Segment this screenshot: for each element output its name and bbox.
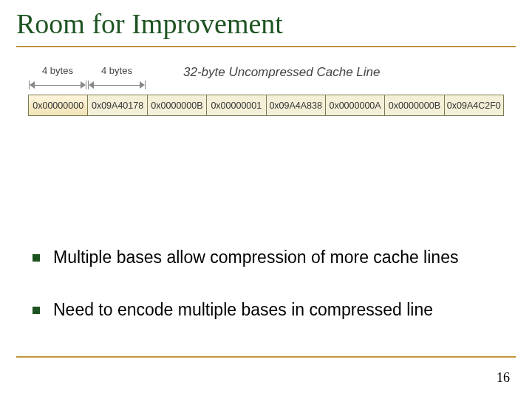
bullet-text: Need to encode multiple bases in compres…	[53, 300, 433, 320]
dim-arrow-1	[30, 80, 86, 92]
page-number: 16	[497, 370, 510, 386]
cache-line-diagram: 4 bytes 4 bytes 32-byte Uncompressed Cac…	[28, 65, 504, 104]
byte-cell: 0x00000001	[207, 95, 266, 115]
bullet-item: Need to encode multiple bases in compres…	[33, 300, 502, 320]
byte-row: 0x00000000 0x09A40178 0x0000000B 0x00000…	[28, 95, 504, 116]
bullet-text: Multiple bases allow compression of more…	[53, 248, 458, 267]
byte-cell: 0x0000000A	[326, 95, 385, 115]
diagram-heading: 32-byte Uncompressed Cache Line	[183, 65, 380, 80]
byte-cell: 0x0000000B	[385, 95, 444, 115]
byte-cell: 0x09A4C2F0	[445, 95, 503, 115]
bullet-item: Multiple bases allow compression of more…	[33, 248, 502, 267]
dim-arrow-2	[89, 80, 145, 92]
slide: Room for Improvement 4 bytes 4 bytes 32-…	[0, 0, 532, 399]
dim-label-1: 4 bytes	[28, 65, 87, 76]
byte-cell: 0x09A40178	[88, 95, 147, 115]
bullet-list: Multiple bases allow compression of more…	[33, 248, 502, 352]
footer-rule	[16, 356, 516, 358]
title-underline	[16, 46, 516, 47]
byte-cell: 0x09A4A838	[267, 95, 326, 115]
bullet-square-icon	[33, 307, 40, 314]
slide-title: Room for Improvement	[16, 7, 283, 40]
dim-label-2: 4 bytes	[87, 65, 146, 76]
byte-cell: 0x0000000B	[148, 95, 207, 115]
byte-cell: 0x00000000	[29, 95, 88, 115]
bullet-square-icon	[33, 254, 40, 262]
dimension-labels: 4 bytes 4 bytes 32-byte Uncompressed Cac…	[28, 65, 504, 83]
